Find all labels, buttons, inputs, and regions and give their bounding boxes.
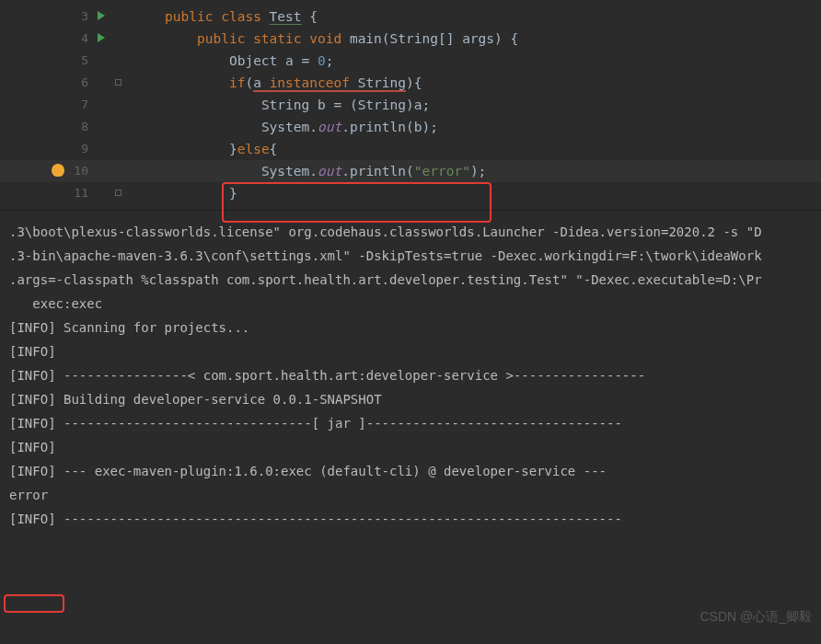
- code-line[interactable]: 8 System.out.println(b);: [0, 116, 821, 138]
- code-content[interactable]: public static void main(String[] args) {: [109, 28, 518, 50]
- code-content[interactable]: String b = (String)a;: [109, 94, 430, 116]
- code-content[interactable]: public class Test {: [109, 6, 318, 28]
- terminal-panel[interactable]: .3\boot\plexus-classworlds.license" org.…: [0, 210, 821, 540]
- line-number: 5: [0, 50, 109, 72]
- line-number: 11: [0, 182, 109, 204]
- code-line[interactable]: 10 System.out.println("error");: [0, 160, 821, 182]
- code-line[interactable]: 9 }else{: [0, 138, 821, 160]
- code-content[interactable]: Object a = 0;: [109, 50, 333, 72]
- code-content[interactable]: }: [109, 182, 237, 204]
- line-number: 8: [0, 116, 109, 138]
- line-number: 7: [0, 94, 109, 116]
- fold-marker-icon[interactable]: [115, 190, 121, 196]
- code-content[interactable]: System.out.println("error");: [109, 160, 486, 182]
- code-content[interactable]: System.out.println(b);: [109, 116, 438, 138]
- line-number: 10: [0, 160, 109, 182]
- code-content[interactable]: }else{: [109, 138, 277, 160]
- code-line[interactable]: 6 if(a instanceof String){: [0, 72, 821, 94]
- code-content[interactable]: if(a instanceof String){: [109, 72, 422, 94]
- code-editor[interactable]: 3 public class Test {4 public static voi…: [0, 0, 821, 204]
- watermark-text: CSDN @心语_卿毅: [700, 609, 812, 626]
- highlight-box-code: [222, 182, 491, 223]
- line-number: 9: [0, 138, 109, 160]
- run-icon[interactable]: [98, 33, 105, 42]
- code-line[interactable]: 5 Object a = 0;: [0, 50, 821, 72]
- code-line[interactable]: 4 public static void main(String[] args)…: [0, 28, 821, 50]
- line-number: 4: [0, 28, 109, 50]
- fold-marker-icon[interactable]: [115, 79, 121, 86]
- line-number: 3: [0, 6, 109, 28]
- code-line[interactable]: 7 String b = (String)a;: [0, 94, 821, 116]
- run-icon[interactable]: [98, 11, 105, 20]
- code-line[interactable]: 3 public class Test {: [0, 6, 821, 28]
- bulb-icon[interactable]: [52, 164, 64, 177]
- line-number: 6: [0, 72, 109, 94]
- highlight-box-error: [4, 594, 64, 613]
